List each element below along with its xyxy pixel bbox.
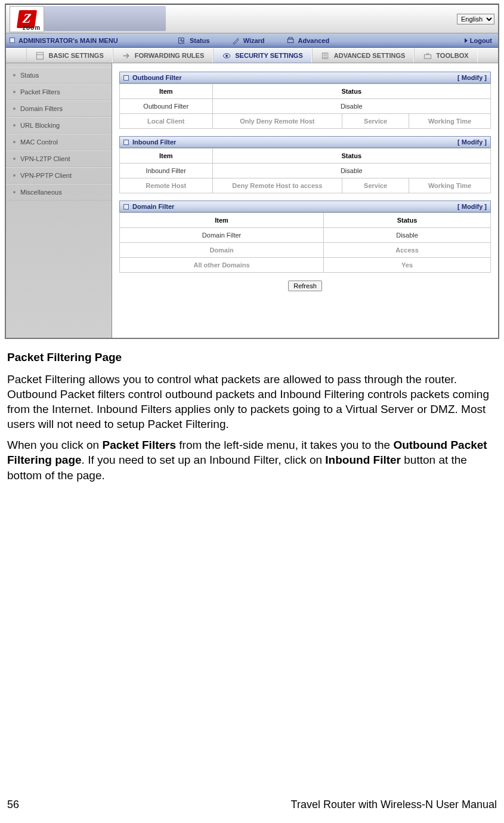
- paragraph: When you click on Packet Filters from th…: [7, 437, 497, 482]
- sidebar-item-vpn-pptp[interactable]: VPN-PPTP Client: [6, 167, 112, 184]
- toolbox-icon: [423, 51, 432, 60]
- paragraph: Packet Filtering allows you to control w…: [7, 372, 497, 431]
- domain-filter-panel: Domain Filter[ Modify ] ItemStatus Domai…: [119, 201, 491, 273]
- basic-settings-icon: [35, 51, 45, 60]
- dim-cell: Working Time: [409, 114, 491, 129]
- sidebar-item-vpn-l2tp[interactable]: VPN-L2TP Client: [6, 150, 112, 167]
- sub-advanced-settings[interactable]: ADVANCED SETTINGS: [312, 48, 415, 63]
- panel-title: Domain Filter: [132, 203, 174, 210]
- manual-text: Packet Filtering Page Packet Filtering a…: [5, 339, 499, 483]
- section-heading: Packet Filtering Page: [7, 350, 497, 365]
- logo-text: zoom: [23, 24, 41, 31]
- sidebar-item-misc[interactable]: Miscellaneous: [6, 184, 112, 201]
- page-footer: 56 Travel Router with Wireless-N User Ma…: [5, 799, 499, 811]
- svg-rect-7: [425, 54, 431, 58]
- bullet-icon: [13, 107, 16, 110]
- inbound-filter-panel: Inbound Filter[ Modify ] ItemStatus Inbo…: [119, 136, 491, 193]
- arrow-right-icon: [465, 38, 468, 43]
- sub-basic-settings[interactable]: BASIC SETTINGS: [26, 48, 112, 63]
- dim-cell: All other Domains: [120, 258, 324, 273]
- panel-title: Inbound Filter: [132, 138, 176, 146]
- th-item: Item: [120, 84, 213, 99]
- sidebar-item-domain-filters[interactable]: Domain Filters: [6, 100, 112, 117]
- dim-cell: Only Deny Remote Host: [212, 114, 342, 129]
- th-item: Item: [120, 149, 213, 164]
- language-select[interactable]: English: [457, 13, 494, 24]
- title-overlay: [44, 6, 166, 31]
- sidebar-item-status[interactable]: Status: [6, 67, 112, 84]
- manual-title: Travel Router with Wireless-N User Manua…: [291, 799, 497, 811]
- sub-security-settings[interactable]: SECURITY SETTINGS: [213, 48, 311, 63]
- main-menu-title: ADMINISTRATOR's MAIN MENU: [18, 37, 118, 44]
- cell-item: Domain Filter: [120, 228, 324, 243]
- svg-rect-1: [287, 39, 293, 42]
- advanced-settings-icon: [321, 51, 330, 60]
- bullet-icon: [13, 191, 16, 193]
- wizard-icon: [231, 36, 240, 45]
- bullet-icon: [13, 174, 16, 177]
- modify-link[interactable]: [ Modify ]: [457, 74, 487, 81]
- security-icon: [222, 51, 231, 60]
- sub-forwarding-rules[interactable]: FORWARDING RULES: [113, 48, 214, 63]
- menu-wizard[interactable]: Wizard: [221, 36, 276, 45]
- forwarding-icon: [122, 51, 131, 60]
- sidebar-item-url-blocking[interactable]: URL Blocking: [6, 117, 112, 134]
- dim-cell: Remote Host: [120, 178, 213, 193]
- dim-cell: Domain: [120, 243, 324, 258]
- panel-bullet-icon: [123, 75, 129, 81]
- sidebar-item-packet-filters[interactable]: Packet Filters: [6, 84, 112, 100]
- svg-point-5: [225, 54, 228, 57]
- content-area: Outbound Filter[ Modify ] ItemStatus Out…: [112, 63, 498, 338]
- dim-cell: Local Client: [120, 114, 213, 129]
- menu-bullet-icon: [10, 38, 15, 43]
- sub-nav: BASIC SETTINGS FORWARDING RULES SECURITY…: [6, 48, 498, 63]
- refresh-button[interactable]: Refresh: [288, 281, 322, 291]
- dim-cell: Service: [342, 114, 409, 129]
- th-status: Status: [324, 213, 491, 228]
- menu-advanced[interactable]: Advanced: [276, 36, 341, 45]
- cell-item: Inbound Filter: [120, 164, 213, 178]
- sidebar: Status Packet Filters Domain Filters URL…: [6, 63, 112, 338]
- svg-rect-3: [37, 52, 44, 58]
- bullet-icon: [13, 141, 16, 143]
- dim-cell: Deny Remote Host to access: [212, 178, 342, 193]
- dim-cell: Access: [324, 243, 491, 258]
- dim-cell: Working Time: [409, 178, 491, 193]
- menu-status[interactable]: Status: [167, 36, 221, 45]
- cell-item: Outbound Filter: [120, 99, 213, 114]
- cell-status: Disable: [324, 228, 491, 243]
- bullet-icon: [13, 124, 16, 127]
- th-status: Status: [212, 149, 491, 164]
- page-number: 56: [7, 799, 19, 811]
- cell-status: Disable: [212, 164, 491, 178]
- panel-title: Outbound Filter: [132, 74, 181, 81]
- sidebar-item-mac-control[interactable]: MAC Control: [6, 134, 112, 150]
- sub-toolbox[interactable]: TOOLBOX: [414, 48, 477, 63]
- th-status: Status: [212, 84, 491, 99]
- bullet-icon: [13, 91, 16, 93]
- menu-logout[interactable]: Logout: [459, 36, 498, 45]
- modify-link[interactable]: [ Modify ]: [457, 138, 487, 146]
- outbound-filter-panel: Outbound Filter[ Modify ] ItemStatus Out…: [119, 72, 491, 129]
- th-item: Item: [120, 213, 324, 228]
- panel-bullet-icon: [123, 140, 129, 145]
- bullet-icon: [13, 158, 16, 160]
- panel-bullet-icon: [123, 204, 129, 209]
- status-icon: [178, 36, 187, 45]
- advanced-icon: [286, 36, 295, 45]
- modify-link[interactable]: [ Modify ]: [457, 203, 487, 210]
- cell-status: Disable: [212, 99, 491, 114]
- svg-rect-2: [289, 37, 292, 39]
- bullet-icon: [13, 74, 16, 76]
- router-admin-screenshot: Z zoom English ADMINISTRATOR's MAIN MENU…: [5, 4, 499, 339]
- dim-cell: Service: [342, 178, 409, 193]
- dim-cell: Yes: [324, 258, 491, 273]
- main-menu: ADMINISTRATOR's MAIN MENU Status Wizard …: [6, 33, 498, 48]
